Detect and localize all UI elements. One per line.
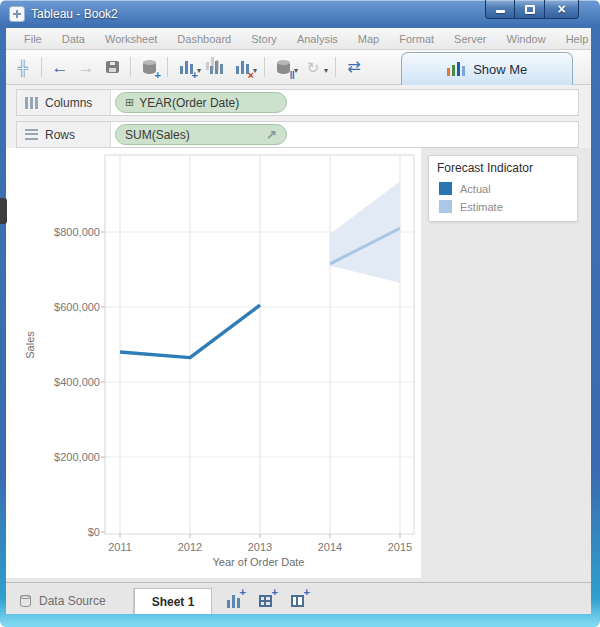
rows-pill-label: SUM(Sales) bbox=[125, 128, 190, 142]
titlebar[interactable]: Tableau - Book2 × bbox=[0, 0, 600, 28]
legend-item-actual[interactable]: Actual bbox=[429, 179, 577, 197]
app-icon bbox=[9, 6, 25, 22]
toolbar-separator bbox=[41, 57, 42, 77]
rows-drop-field[interactable]: SUM(Sales) ↗ bbox=[111, 122, 578, 147]
window-controls: × bbox=[485, 0, 579, 19]
window-title: Tableau - Book2 bbox=[31, 7, 118, 21]
tab-actions: +++ bbox=[222, 588, 308, 614]
menu-help[interactable]: Help bbox=[556, 33, 599, 45]
show-me-button[interactable]: Show Me bbox=[401, 52, 573, 85]
toolbar-icons: ╬←→++▾×▾‖▾↻▾⇄ bbox=[10, 50, 367, 84]
clear-sheet-icon[interactable]: × bbox=[230, 56, 254, 78]
chart-canvas[interactable] bbox=[6, 148, 421, 578]
sheet1-tab-label: Sheet 1 bbox=[152, 595, 195, 609]
toolbar: ╬←→++▾×▾‖▾↻▾⇄ Show Me bbox=[6, 50, 591, 85]
forecast-arrow-icon: ↗ bbox=[266, 128, 277, 141]
tableau-logo-icon[interactable]: ╬ bbox=[11, 56, 35, 78]
new-worksheet-tab-icon[interactable]: + bbox=[222, 591, 244, 611]
legend-label: Estimate bbox=[460, 201, 503, 213]
menu-server[interactable]: Server bbox=[444, 33, 496, 45]
forecast-indicator-legend[interactable]: Forecast Indicator ActualEstimate bbox=[428, 155, 578, 222]
new-dashboard-tab-icon[interactable]: + bbox=[254, 591, 276, 611]
right-panel: Forecast Indicator ActualEstimate bbox=[421, 148, 591, 578]
actual-swatch bbox=[439, 182, 452, 195]
toolbar-separator bbox=[130, 57, 131, 77]
toolbar-separator bbox=[335, 57, 336, 77]
add-datasource-icon[interactable]: + bbox=[137, 56, 161, 78]
save-icon[interactable] bbox=[100, 56, 124, 78]
menubar: FileDataWorksheetDashboardStoryAnalysisM… bbox=[6, 28, 591, 50]
refresh-icon[interactable]: ↻ bbox=[301, 56, 325, 78]
window-content: FileDataWorksheetDashboardStoryAnalysisM… bbox=[6, 28, 591, 614]
columns-icon bbox=[25, 97, 38, 109]
columns-shelf-label: Columns bbox=[17, 90, 111, 115]
rows-shelf: Rows SUM(Sales) ↗ bbox=[16, 121, 579, 148]
undo-icon[interactable]: ← bbox=[48, 56, 72, 78]
menu-window[interactable]: Window bbox=[497, 33, 556, 45]
data-source-tab-label: Data Source bbox=[39, 594, 106, 608]
expand-plus-icon[interactable]: ⊞ bbox=[125, 97, 134, 108]
toolbar-separator bbox=[264, 57, 265, 77]
menu-story[interactable]: Story bbox=[241, 33, 287, 45]
menu-dashboard[interactable]: Dashboard bbox=[167, 33, 241, 45]
columns-pill-label: YEAR(Order Date) bbox=[139, 96, 239, 110]
datasource-icon bbox=[20, 595, 31, 607]
worksheet-view: Forecast Indicator ActualEstimate bbox=[6, 148, 591, 582]
rows-shelf-label: Rows bbox=[17, 122, 111, 147]
redo-icon[interactable]: → bbox=[74, 56, 98, 78]
menu-format[interactable]: Format bbox=[389, 33, 444, 45]
legend-items: ActualEstimate bbox=[429, 179, 577, 215]
swap-axes-icon[interactable]: ⇄ bbox=[342, 56, 366, 78]
menu-worksheet[interactable]: Worksheet bbox=[95, 33, 167, 45]
show-me-label: Show Me bbox=[473, 62, 527, 77]
sidebar-handle[interactable] bbox=[0, 198, 7, 224]
shelves: Columns ⊞ YEAR(Order Date) Rows SUM(Sale… bbox=[6, 85, 591, 148]
maximize-button[interactable] bbox=[515, 0, 545, 19]
pause-updates-icon[interactable]: ‖ bbox=[271, 56, 295, 78]
sheet-tabbar: Data Source Sheet 1 +++ bbox=[6, 582, 591, 614]
duplicate-sheet-icon[interactable] bbox=[204, 56, 228, 78]
columns-drop-field[interactable]: ⊞ YEAR(Order Date) bbox=[111, 90, 578, 115]
show-me-icon bbox=[447, 62, 466, 76]
tab-sheet1[interactable]: Sheet 1 bbox=[134, 588, 212, 614]
menu-analysis[interactable]: Analysis bbox=[287, 33, 348, 45]
new-worksheet-icon[interactable]: + bbox=[174, 56, 198, 78]
rows-icon bbox=[25, 129, 38, 141]
rows-label: Rows bbox=[45, 128, 75, 142]
legend-label: Actual bbox=[460, 183, 491, 195]
rows-pill-sum-sales[interactable]: SUM(Sales) ↗ bbox=[115, 124, 287, 145]
new-story-tab-icon[interactable]: + bbox=[286, 591, 308, 611]
estimate-swatch bbox=[439, 200, 452, 213]
tab-data-source[interactable]: Data Source bbox=[6, 588, 134, 614]
menu-data[interactable]: Data bbox=[52, 33, 95, 45]
legend-item-estimate[interactable]: Estimate bbox=[429, 197, 577, 215]
close-button[interactable]: × bbox=[545, 0, 579, 19]
toolbar-separator bbox=[167, 57, 168, 77]
menu-file[interactable]: File bbox=[14, 33, 52, 45]
columns-label: Columns bbox=[45, 96, 92, 110]
columns-shelf: Columns ⊞ YEAR(Order Date) bbox=[16, 89, 579, 116]
legend-title: Forecast Indicator bbox=[429, 156, 577, 179]
tableau-window: Tableau - Book2 × FileDataWorksheetDashb… bbox=[0, 0, 600, 627]
columns-pill-year-order-date[interactable]: ⊞ YEAR(Order Date) bbox=[115, 92, 287, 113]
menu-map[interactable]: Map bbox=[348, 33, 389, 45]
minimize-button[interactable] bbox=[485, 0, 515, 19]
